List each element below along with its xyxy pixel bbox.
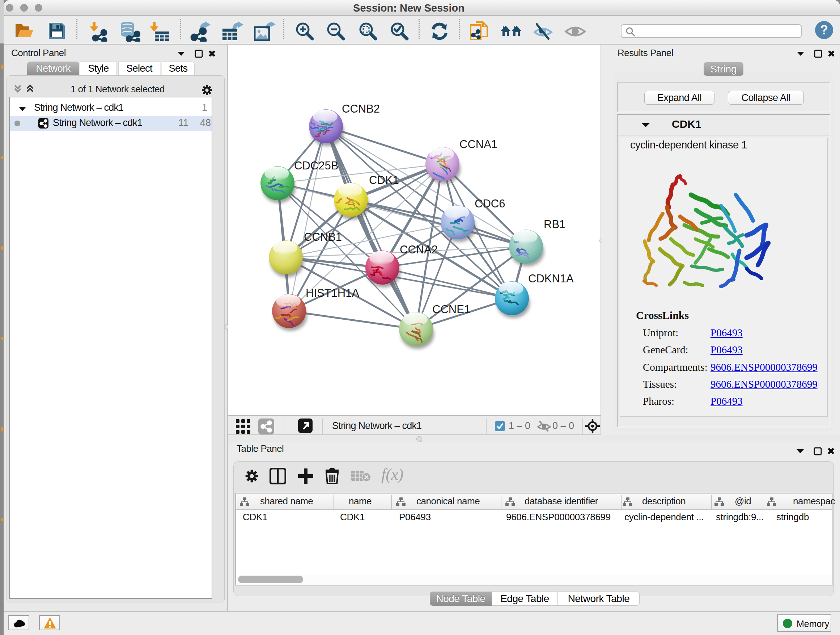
svg-text:CDC25B: CDC25B	[294, 159, 338, 172]
svg-text:CCNE1: CCNE1	[432, 303, 470, 316]
svg-text:CCNA2: CCNA2	[400, 243, 438, 256]
svg-text:CDKN1A: CDKN1A	[528, 272, 574, 285]
svg-text:CDK1: CDK1	[369, 174, 399, 187]
svg-text:CCNB1: CCNB1	[304, 231, 342, 243]
svg-text:HIST1H1A: HIST1H1A	[306, 287, 359, 299]
svg-text:CDC6: CDC6	[475, 197, 505, 210]
svg-text:CCNA1: CCNA1	[459, 138, 497, 150]
svg-text:?: ?	[820, 22, 828, 37]
svg-text:CCNB2: CCNB2	[342, 103, 380, 115]
svg-text:RB1: RB1	[544, 218, 565, 231]
